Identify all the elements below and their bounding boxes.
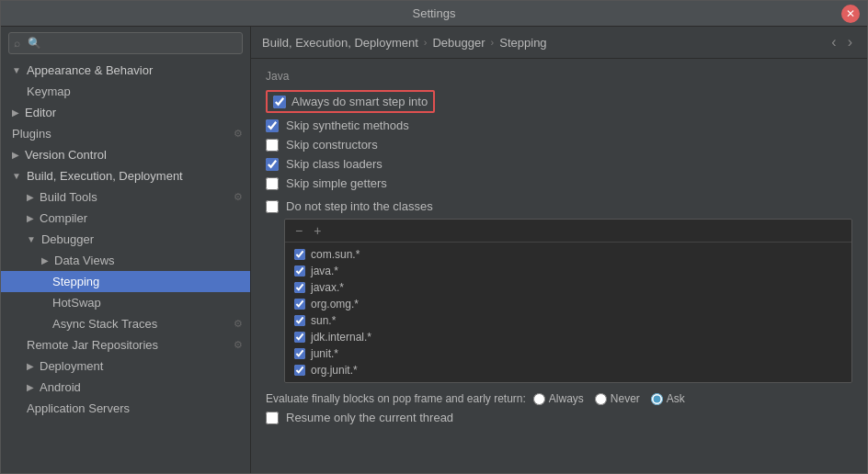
skip-constructors-label[interactable]: Skip constructors: [286, 138, 378, 152]
chevron-right-icon: ▶: [12, 150, 19, 160]
chevron-right-icon: ▶: [27, 192, 34, 202]
gear-icon: ⚙: [234, 128, 243, 140]
sidebar-item-keymap[interactable]: Keymap: [1, 81, 250, 102]
search-input[interactable]: [8, 32, 243, 54]
skip-constructors-checkbox[interactable]: [266, 139, 279, 152]
sidebar-item-appearance[interactable]: ▼ Appearance & Behavior: [1, 60, 250, 81]
sidebar-item-hotswap[interactable]: HotSwap: [1, 292, 250, 313]
sidebar-item-compiler[interactable]: ▶ Compiler: [1, 208, 250, 229]
skip-class-loaders-row: Skip class loaders: [266, 157, 852, 171]
sidebar-item-android[interactable]: ▶ Android: [1, 377, 250, 398]
radio-always-input[interactable]: [533, 393, 545, 405]
resume-row: Resume only the current thread: [266, 411, 852, 424]
sidebar-item-label: Keymap: [27, 85, 71, 98]
class-name: sun.*: [311, 314, 336, 327]
sidebar-item-editor[interactable]: ▶ Editor: [1, 102, 250, 123]
chevron-right-icon: ▶: [27, 382, 34, 392]
sidebar-item-label: HotSwap: [52, 296, 101, 310]
skip-class-loaders-checkbox[interactable]: [266, 158, 279, 171]
window-title: Settings: [413, 6, 456, 20]
sidebar-item-async-stack[interactable]: Async Stack Traces ⚙: [1, 313, 250, 334]
skip-simple-getters-checkbox[interactable]: [266, 177, 279, 190]
class-checkbox[interactable]: [294, 332, 305, 343]
do-not-step-label[interactable]: Do not step into the classes: [286, 199, 433, 213]
add-class-button[interactable]: +: [311, 223, 324, 238]
sidebar-item-label: Build, Execution, Deployment: [27, 169, 183, 183]
radio-never-input[interactable]: [595, 393, 607, 405]
class-name: com.sun.*: [311, 248, 360, 261]
main-layout: ⌕ ▼ Appearance & Behavior Keymap ▶ Edito…: [1, 27, 867, 473]
class-checkbox[interactable]: [294, 265, 305, 276]
sidebar-item-deployment[interactable]: ▶ Deployment: [1, 356, 250, 377]
skip-constructors-row: Skip constructors: [266, 138, 852, 152]
sidebar-item-build-execution[interactable]: ▼ Build, Execution, Deployment: [1, 165, 250, 186]
radio-ask[interactable]: Ask: [651, 392, 685, 405]
forward-button[interactable]: ›: [844, 34, 856, 51]
chevron-down-icon: ▼: [12, 65, 21, 75]
always-smart-label[interactable]: Always do smart step into: [291, 95, 428, 108]
skip-synthetic-label[interactable]: Skip synthetic methods: [286, 118, 409, 132]
radio-ask-label: Ask: [667, 392, 685, 405]
sidebar-item-remote-jar[interactable]: Remote Jar Repositories ⚙: [1, 334, 250, 356]
do-not-step-checkbox[interactable]: [266, 200, 279, 213]
sidebar-item-version-control[interactable]: ▶ Version Control: [1, 144, 250, 165]
list-item: jdk.internal.*: [285, 329, 851, 345]
class-checkbox[interactable]: [294, 365, 305, 376]
sidebar-item-stepping[interactable]: Stepping: [1, 271, 250, 292]
class-checkbox[interactable]: [294, 299, 305, 310]
search-box: ⌕: [8, 32, 243, 54]
sidebar-item-label: Deployment: [40, 359, 103, 373]
sidebar-item-plugins[interactable]: Plugins ⚙: [1, 123, 250, 144]
classes-toolbar: − +: [285, 220, 851, 243]
skip-simple-getters-label[interactable]: Skip simple getters: [286, 176, 387, 190]
evaluate-row: Evaluate finally blocks on pop frame and…: [266, 392, 852, 405]
resume-thread-label[interactable]: Resume only the current thread: [286, 411, 453, 424]
breadcrumb-part-1: Build, Execution, Deployment: [262, 36, 418, 50]
resume-thread-checkbox[interactable]: [266, 412, 279, 424]
radio-ask-input[interactable]: [651, 393, 663, 405]
sidebar-item-label: Debugger: [41, 232, 94, 246]
settings-content: Java Always do smart step into Skip synt…: [251, 59, 867, 473]
list-item: javax.*: [285, 279, 851, 296]
titlebar: Settings ✕: [1, 1, 867, 27]
search-icon: ⌕: [14, 37, 20, 50]
breadcrumb-separator: ›: [424, 37, 428, 48]
sidebar-item-label: Appearance & Behavior: [27, 63, 153, 77]
chevron-right-icon: ▶: [12, 107, 19, 118]
class-name: junit.*: [311, 347, 338, 360]
sidebar-item-label: Data Views: [54, 254, 115, 267]
evaluate-label: Evaluate finally blocks on pop frame and…: [266, 392, 526, 405]
radio-never[interactable]: Never: [595, 392, 640, 405]
sidebar-item-label: Version Control: [25, 148, 107, 162]
close-button[interactable]: ✕: [841, 5, 860, 23]
class-checkbox[interactable]: [294, 348, 305, 359]
class-name: java.*: [311, 265, 338, 277]
sidebar-item-label: Async Stack Traces: [52, 317, 157, 331]
sidebar-item-label: Application Servers: [27, 401, 130, 415]
class-checkbox[interactable]: [294, 249, 305, 260]
skip-class-loaders-label[interactable]: Skip class loaders: [286, 157, 383, 171]
gear-icon: ⚙: [234, 191, 243, 203]
radio-always[interactable]: Always: [533, 392, 584, 405]
main-panel: Build, Execution, Deployment › Debugger …: [251, 27, 867, 473]
gear-icon: ⚙: [234, 318, 243, 330]
always-smart-checkbox[interactable]: [273, 96, 286, 108]
class-checkbox[interactable]: [294, 315, 305, 326]
chevron-right-icon: ▶: [41, 255, 49, 265]
sidebar-item-build-tools[interactable]: ▶ Build Tools ⚙: [1, 186, 250, 208]
sidebar-item-label: Editor: [25, 106, 56, 119]
breadcrumb-part-3: Stepping: [499, 36, 546, 50]
class-name: org.omg.*: [311, 298, 359, 310]
do-not-step-row: Do not step into the classes: [266, 199, 852, 213]
radio-never-label: Never: [611, 392, 640, 405]
sidebar-item-data-views[interactable]: ▶ Data Views: [1, 250, 250, 271]
back-button[interactable]: ‹: [828, 34, 839, 51]
sidebar-item-app-servers[interactable]: Application Servers: [1, 398, 250, 419]
remove-class-button[interactable]: −: [292, 223, 305, 238]
skip-synthetic-checkbox[interactable]: [266, 119, 279, 132]
evaluate-radio-group: Always Never Ask: [533, 392, 685, 405]
class-checkbox[interactable]: [294, 282, 305, 293]
skip-synthetic-row: Skip synthetic methods: [266, 118, 852, 132]
sidebar-item-debugger[interactable]: ▼ Debugger: [1, 229, 250, 250]
chevron-down-icon: ▼: [12, 171, 21, 181]
